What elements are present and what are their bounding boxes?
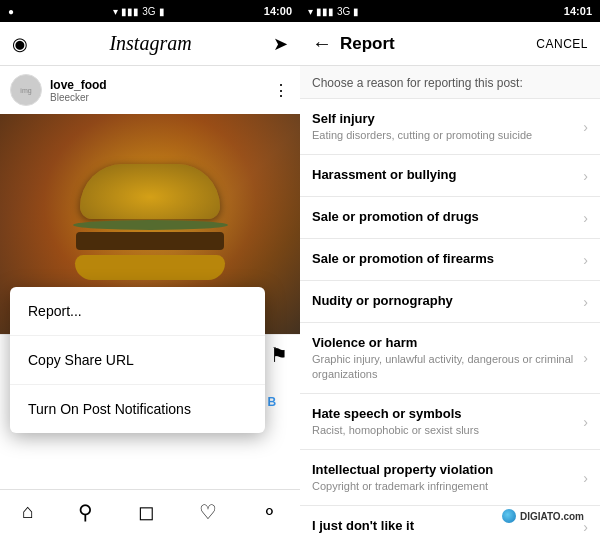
username[interactable]: love_food xyxy=(50,78,273,92)
camera-header-icon[interactable]: ◉ xyxy=(12,33,28,55)
user-location: Bleecker xyxy=(50,92,273,103)
cancel-button[interactable]: CANCEL xyxy=(536,37,588,51)
report-item-self-injury[interactable]: Self injury Eating disorders, cutting or… xyxy=(300,99,600,155)
right-network-label: 3G xyxy=(337,6,350,17)
report-item-title: Nudity or pornography xyxy=(312,293,575,308)
right-wifi-icon: ▾ xyxy=(308,6,313,17)
nav-add-icon[interactable]: ◻ xyxy=(138,500,155,524)
left-panel: ● ▾ ▮▮▮ 3G ▮ 14:00 ◉ Instagram ➤ img lov… xyxy=(0,0,300,533)
report-item-title: Violence or harm xyxy=(312,335,575,350)
report-item-harassment[interactable]: Harassment or bullying › xyxy=(300,155,600,197)
post-more-button[interactable]: ⋮ xyxy=(273,81,290,100)
nav-heart-icon[interactable]: ♡ xyxy=(199,500,217,524)
report-list: Self injury Eating disorders, cutting or… xyxy=(300,99,600,533)
report-item-hate-speech[interactable]: Hate speech or symbols Racist, homophobi… xyxy=(300,394,600,450)
context-notifications[interactable]: Turn On Post Notifications xyxy=(10,385,265,433)
direct-message-icon[interactable]: ➤ xyxy=(273,33,288,55)
user-info: love_food Bleecker xyxy=(50,78,273,103)
status-bar-left: ● ▾ ▮▮▮ 3G ▮ 14:00 xyxy=(0,0,300,22)
wifi-icon: ▾ xyxy=(113,6,118,17)
chevron-right-icon: › xyxy=(583,168,588,184)
report-item-desc: Racist, homophobic or sexist slurs xyxy=(312,423,575,437)
bun-top xyxy=(80,164,220,219)
right-battery-icon: ▮ xyxy=(353,6,359,17)
left-status-icons: ● xyxy=(8,6,14,17)
instagram-header: ◉ Instagram ➤ xyxy=(0,22,300,66)
chevron-right-icon: › xyxy=(583,294,588,310)
chevron-right-icon: › xyxy=(583,210,588,226)
report-item-violence[interactable]: Violence or harm Graphic injury, unlawfu… xyxy=(300,323,600,394)
bottom-nav: ⌂ ⚲ ◻ ♡ ⚬ xyxy=(0,489,300,533)
report-item-desc: Eating disorders, cutting or promoting s… xyxy=(312,128,575,142)
report-item-title: Hate speech or symbols xyxy=(312,406,575,421)
report-item-title: Sale or promotion of drugs xyxy=(312,209,575,224)
right-signal-icon: ▮▮▮ xyxy=(316,6,334,17)
right-panel: ▾ ▮▮▮ 3G ▮ 14:01 ← Report CANCEL Choose … xyxy=(300,0,600,533)
back-button[interactable]: ← xyxy=(312,32,332,55)
report-header: ← Report CANCEL xyxy=(300,22,600,66)
report-item-desc: Copyright or trademark infringement xyxy=(312,479,575,493)
nav-profile-icon[interactable]: ⚬ xyxy=(261,500,278,524)
context-copy-url[interactable]: Copy Share URL xyxy=(10,336,265,385)
status-bar-right: ▾ ▮▮▮ 3G ▮ 14:01 xyxy=(300,0,600,22)
report-subtitle: Choose a reason for reporting this post: xyxy=(300,66,600,99)
burger-visual xyxy=(70,164,230,284)
chevron-right-icon: › xyxy=(583,119,588,135)
report-item-nudity[interactable]: Nudity or pornography › xyxy=(300,281,600,323)
report-title: Report xyxy=(340,34,536,54)
report-item-title: Intellectual property violation xyxy=(312,462,575,477)
report-item-title: Self injury xyxy=(312,111,575,126)
camera-icon: ● xyxy=(8,6,14,17)
chevron-right-icon: › xyxy=(583,350,588,366)
post-user-info: img love_food Bleecker ⋮ xyxy=(0,66,300,114)
chevron-right-icon: › xyxy=(583,252,588,268)
instagram-logo: Instagram xyxy=(28,32,273,55)
right-time: 14:01 xyxy=(564,5,592,17)
patty xyxy=(76,232,224,250)
chevron-right-icon: › xyxy=(583,414,588,430)
report-item-title: Sale or promotion of firearms xyxy=(312,251,575,266)
digiato-icon xyxy=(502,509,516,523)
lettuce xyxy=(73,220,228,230)
network-label: 3G xyxy=(142,6,155,17)
bun-bottom xyxy=(75,255,225,280)
report-item-title: Harassment or bullying xyxy=(312,167,575,182)
report-item-ip-violation[interactable]: Intellectual property violation Copyrigh… xyxy=(300,450,600,506)
battery-icon: ▮ xyxy=(159,6,165,17)
bookmark-icon[interactable]: ⚑ xyxy=(270,343,288,367)
caption-tag-b[interactable]: B xyxy=(268,395,277,409)
nav-home-icon[interactable]: ⌂ xyxy=(22,500,34,523)
left-time: 14:00 xyxy=(264,5,292,17)
nav-search-icon[interactable]: ⚲ xyxy=(78,500,93,524)
report-item-drugs[interactable]: Sale or promotion of drugs › xyxy=(300,197,600,239)
digiato-watermark: DIGIATO.com xyxy=(494,507,592,525)
report-item-firearms[interactable]: Sale or promotion of firearms › xyxy=(300,239,600,281)
chevron-right-icon: › xyxy=(583,470,588,486)
signal-icon: ▮▮▮ xyxy=(121,6,139,17)
report-item-desc: Graphic injury, unlawful activity, dange… xyxy=(312,352,575,381)
user-avatar: img xyxy=(10,74,42,106)
digiato-text: DIGIATO.com xyxy=(520,511,584,522)
context-menu: Report... Copy Share URL Turn On Post No… xyxy=(10,287,265,433)
context-report[interactable]: Report... xyxy=(10,287,265,336)
